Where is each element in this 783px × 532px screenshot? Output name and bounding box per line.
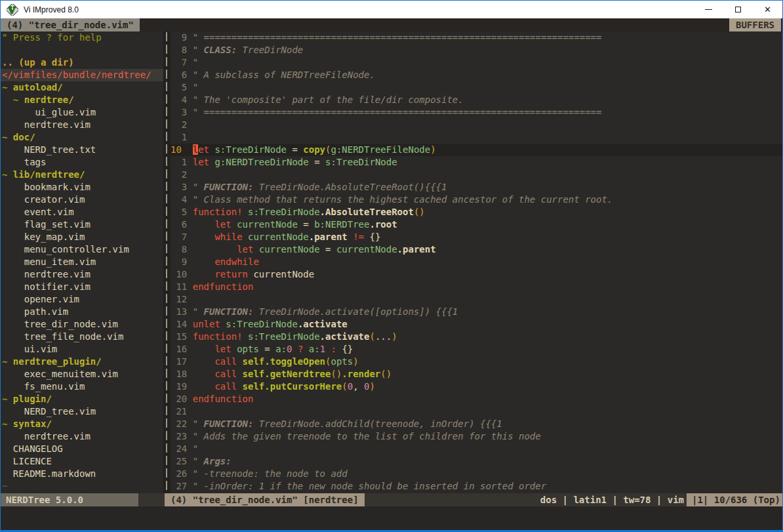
window-separator[interactable] xyxy=(163,31,171,493)
code-line[interactable]: 4" The 'composite' part of the file/dir … xyxy=(171,94,782,106)
syntax-span: = xyxy=(259,344,275,354)
code-line[interactable]: 24" xyxy=(171,443,782,455)
tree-item[interactable]: event.vim xyxy=(1,206,163,218)
tree-item[interactable]: key_map.vim xyxy=(1,231,163,243)
code-line[interactable]: 11endfunction xyxy=(171,281,782,293)
syntax-span: currentNode xyxy=(336,244,397,255)
tab-tree-dir-node[interactable]: (4) "tree_dir_node.vim" xyxy=(1,18,140,31)
tree-item[interactable]: NERD_tree.txt xyxy=(1,144,163,156)
code-line[interactable]: 1let g:NERDTreeDirNode = s:TreeDirNode xyxy=(171,156,782,169)
tree-item[interactable]: menu_item.vim xyxy=(1,256,163,268)
tree-item[interactable]: tree_file_node.vim xyxy=(1,331,163,343)
syntax-span: {} xyxy=(364,232,380,242)
code-line[interactable]: 13" FUNCTION: TreeDirNode.activate([opti… xyxy=(171,306,782,318)
tree-item[interactable]: nerdtree.vim xyxy=(1,430,163,443)
close-button[interactable]: ✕ xyxy=(753,1,782,18)
tree-item[interactable]: ~ xyxy=(1,480,163,493)
code-line[interactable]: 1 xyxy=(171,131,782,144)
tree-item[interactable]: README.markdown xyxy=(1,468,163,480)
syntax-span xyxy=(2,443,13,454)
code-line[interactable]: 20endfunction xyxy=(171,393,782,405)
syntax-span: endfunction xyxy=(193,281,254,292)
tree-item[interactable]: CHANGELOG xyxy=(1,443,163,455)
code-line[interactable]: 15function! s:TreeDirNode.activate(...) xyxy=(171,331,782,343)
code-line[interactable]: 16 let opts = a:0 ? a:1 : {} xyxy=(171,343,782,356)
tree-item[interactable]: path.vim xyxy=(1,306,163,318)
code-line[interactable]: 3" =====================================… xyxy=(171,106,782,119)
code-line[interactable]: 18 call self.getNerdtree().render() xyxy=(171,368,782,380)
code-line[interactable]: 9" =====================================… xyxy=(171,31,782,44)
syntax-span: self.toggleOpen xyxy=(243,356,325,367)
line-number: 9 xyxy=(171,31,187,44)
syntax-span xyxy=(2,244,24,255)
tree-item[interactable]: ~ nerdtree/ xyxy=(1,94,163,106)
tree-item[interactable]: ~ doc/ xyxy=(1,131,163,144)
tree-item[interactable]: tags xyxy=(1,156,163,169)
code-line[interactable]: 10let s:TreeDirNode = copy(g:NERDTreeFil… xyxy=(171,144,782,156)
code-line[interactable]: 6" A subclass of NERDTreeFileNode. xyxy=(171,69,782,81)
tree-item[interactable]: ~ nerdtree_plugin/ xyxy=(1,356,163,368)
tree-item[interactable]: exec_menuitem.vim xyxy=(1,368,163,380)
tree-item[interactable]: nerdtree.vim xyxy=(1,119,163,131)
syntax-span: g:NERDTreeDirNode xyxy=(214,157,308,167)
code-line[interactable]: 5" xyxy=(171,81,782,94)
code-line[interactable]: 3" FUNCTION: TreeDirNode.AbsoluteTreeRoo… xyxy=(171,181,782,194)
tree-item[interactable]: creator.vim xyxy=(1,194,163,206)
tree-item[interactable]: NERD_tree.vim xyxy=(1,405,163,418)
syntax-span: function! xyxy=(193,207,243,217)
code-line[interactable]: 7 while currentNode.parent != {} xyxy=(171,231,782,243)
code-line[interactable]: 21 xyxy=(171,405,782,418)
code-line[interactable]: 14unlet s:TreeDirNode.activate xyxy=(171,318,782,331)
code-line[interactable]: 2 xyxy=(171,169,782,181)
code-line[interactable]: 19 call self.putCursorHere(0, 0) xyxy=(171,380,782,393)
syntax-span xyxy=(243,331,248,342)
code-line[interactable]: 17 call self.toggleOpen(opts) xyxy=(171,356,782,368)
tree-item[interactable]: flag_set.vim xyxy=(1,218,163,231)
code-line[interactable]: 23" Adds the given treenode to the list … xyxy=(171,430,782,443)
syntax-span: s:TreeDirNode xyxy=(214,144,287,155)
tree-item[interactable]: bookmark.vim xyxy=(1,181,163,194)
tree-item[interactable]: tree_dir_node.vim xyxy=(1,318,163,331)
minimize-button[interactable] xyxy=(694,1,723,18)
code-line[interactable]: 4" Class method that returns the highest… xyxy=(171,194,782,206)
code-line[interactable]: 5function! s:TreeDirNode.AbsoluteTreeRoo… xyxy=(171,206,782,218)
syntax-span: copy xyxy=(303,144,325,155)
tree-item[interactable]: ~ lib/nerdtree/ xyxy=(1,169,163,181)
code-line[interactable]: 9 endwhile xyxy=(171,256,782,268)
tree-item[interactable]: ~ plugin/ xyxy=(1,393,163,405)
code-line[interactable]: 8 let currentNode = currentNode.parent xyxy=(171,243,782,256)
code-line[interactable]: 2 xyxy=(171,119,782,131)
tree-item[interactable]: opener.vim xyxy=(1,293,163,306)
code-line[interactable]: 8" CLASS: TreeDirNode xyxy=(171,44,782,56)
syntax-span: g:NERDTreeFileNode xyxy=(331,144,430,155)
tree-item[interactable]: ui.vim xyxy=(1,343,163,356)
code-line[interactable]: 7" xyxy=(171,56,782,69)
tree-item[interactable]: LICENCE xyxy=(1,455,163,468)
syntax-span xyxy=(292,344,297,354)
command-line[interactable] xyxy=(1,506,782,530)
code-line[interactable]: 22" FUNCTION: TreeDirNode.addChild(treen… xyxy=(171,418,782,430)
tree-item[interactable]: </vimfiles/bundle/nerdtree/ xyxy=(1,69,163,81)
syntax-span: call xyxy=(214,369,237,379)
tree-item[interactable]: ~ autoload/ xyxy=(1,81,163,94)
syntax-span: fs_menu.vim xyxy=(24,381,85,392)
tree-item[interactable]: fs_menu.vim xyxy=(1,380,163,393)
code-line[interactable]: 25" Args: xyxy=(171,455,782,468)
tabline: (4) "tree_dir_node.vim" BUFFERS xyxy=(1,18,782,31)
tree-item[interactable]: " Press ? for help xyxy=(1,31,163,44)
tree-item[interactable]: .. (up a dir) xyxy=(1,56,163,69)
syntax-span xyxy=(253,244,258,255)
maximize-button[interactable] xyxy=(723,1,753,18)
code-line[interactable]: 6 let currentNode = b:NERDTree.root xyxy=(171,218,782,231)
tree-item[interactable]: notifier.vim xyxy=(1,281,163,293)
code-line[interactable]: 10 return currentNode xyxy=(171,268,782,281)
code-line[interactable]: 27" -inOrder: 1 if the new node should b… xyxy=(171,480,782,493)
tree-item[interactable]: ui_glue.vim xyxy=(1,106,163,119)
code-line[interactable]: 26" -treenode: the node to add xyxy=(171,468,782,480)
tree-item[interactable]: menu_controller.vim xyxy=(1,243,163,256)
code-line[interactable]: 12 xyxy=(171,293,782,306)
syntax-span: a: xyxy=(275,344,287,354)
tree-item[interactable] xyxy=(1,44,163,56)
tree-item[interactable]: ~ syntax/ xyxy=(1,418,163,430)
tree-item[interactable]: nerdtree.vim xyxy=(1,268,163,281)
